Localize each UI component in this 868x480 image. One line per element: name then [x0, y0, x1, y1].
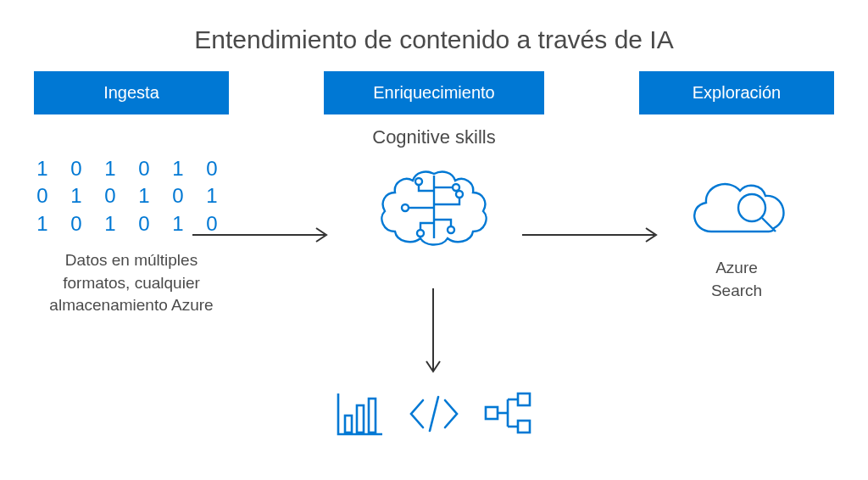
page-title: Entendimiento de contenido a través de I…	[0, 0, 868, 71]
svg-point-2	[402, 204, 409, 211]
svg-rect-13	[357, 405, 364, 433]
svg-point-5	[456, 191, 463, 198]
enrich-column: Enriquecimiento Cognitive skills	[324, 71, 544, 317]
svg-rect-17	[518, 393, 530, 405]
output-icons	[335, 390, 533, 441]
svg-point-6	[448, 226, 454, 233]
arrow-right-icon	[191, 225, 335, 245]
svg-rect-12	[345, 416, 352, 433]
enrich-subtitle: Cognitive skills	[372, 126, 496, 150]
arrow-right-icon	[520, 225, 665, 245]
ingest-column: Ingesta 1 0 1 0 1 0 0 1 0 1 0 1 1 0 1 0 …	[34, 71, 229, 317]
svg-point-3	[417, 230, 424, 237]
svg-point-1	[415, 178, 422, 185]
svg-point-4	[453, 184, 459, 191]
svg-rect-14	[369, 399, 376, 433]
svg-rect-16	[486, 407, 498, 419]
stages-row: Ingesta 1 0 1 0 1 0 0 1 0 1 0 1 1 0 1 0 …	[0, 71, 868, 317]
svg-point-7	[738, 194, 765, 221]
brain-circuit-icon	[375, 165, 493, 250]
code-icon	[406, 390, 462, 441]
bar-chart-icon	[335, 390, 386, 441]
explore-header: Exploración	[639, 71, 834, 114]
ingest-header: Ingesta	[34, 71, 229, 114]
cloud-search-icon	[677, 165, 796, 250]
enrich-header: Enriquecimiento	[324, 71, 544, 114]
arrow-down-icon	[423, 287, 443, 380]
svg-line-8	[762, 218, 776, 232]
explore-column: Exploración . Azure Search	[639, 71, 834, 317]
share-nodes-icon	[482, 390, 533, 441]
svg-rect-18	[518, 421, 530, 433]
explore-description: Azure Search	[711, 257, 762, 302]
svg-line-15	[430, 397, 438, 431]
ingest-description: Datos en múltiples formatos, cualquier a…	[34, 249, 229, 317]
